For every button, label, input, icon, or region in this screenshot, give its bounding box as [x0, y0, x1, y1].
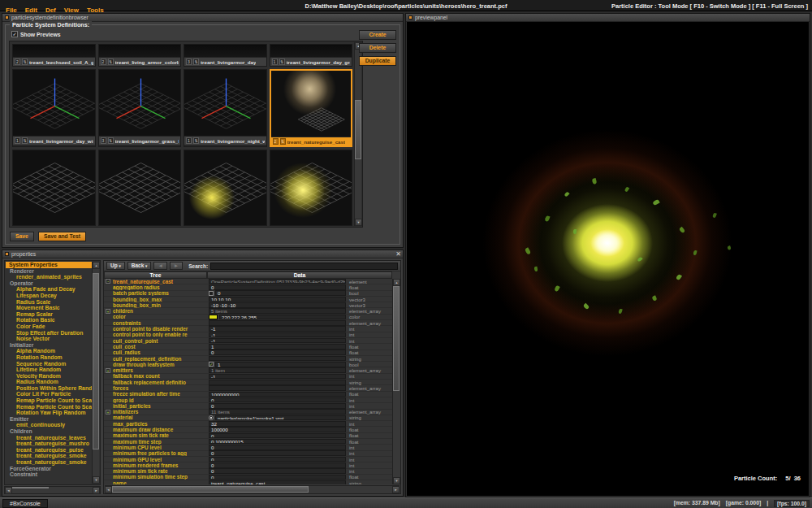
- particle-thumbnail-cell[interactable]: 2⇅treant_leechseed_soil_A_grow: [12, 44, 96, 67]
- particle-thumbnail-cell[interactable]: 3⇅treant_livingarmor_day: [184, 44, 267, 67]
- attribute-data[interactable]: 10 10 10: [207, 297, 348, 302]
- tree-item-constraint[interactable]: Constraint: [6, 471, 93, 478]
- tree-item-treant-natureguise-mushro[interactable]: treant_natureguise_mushro: [6, 441, 93, 447]
- thumbnail-count[interactable]: 1: [272, 59, 278, 65]
- tree-item-color-fade[interactable]: Color Fade: [6, 323, 93, 330]
- attribute-value[interactable]: 1000000000: [209, 392, 346, 397]
- attribute-value[interactable]: 11 items: [209, 409, 346, 415]
- attribute-name[interactable]: cull_radius: [104, 350, 207, 355]
- thumbnail-preview[interactable]: [13, 45, 95, 57]
- tree-item-treant-natureguise-leaves[interactable]: treant_natureguise_leaves: [6, 435, 93, 441]
- expand-icon[interactable]: +: [106, 368, 110, 373]
- scroll-left-icon[interactable]: ◄: [5, 487, 12, 494]
- attribute-data[interactable]: 0: [207, 290, 348, 296]
- scroll-right-icon[interactable]: ►: [392, 486, 400, 493]
- attribute-data[interactable]: 11 items: [207, 409, 348, 415]
- tree-item-radius-scale[interactable]: Radius Scale: [6, 299, 93, 306]
- attribute-data[interactable]: 1: [207, 344, 348, 350]
- tree-item-movement-basic[interactable]: Movement Basic: [6, 305, 93, 311]
- nav-back-icon[interactable]: ◄: [153, 262, 166, 270]
- scroll-up-icon[interactable]: ▲: [93, 262, 100, 269]
- attribute-data[interactable]: 0: [207, 350, 348, 355]
- attribute-value[interactable]: 5 items: [209, 308, 346, 314]
- attribute-name[interactable]: +children: [104, 308, 207, 314]
- thumbnail-count[interactable]: 3: [101, 137, 106, 144]
- attribute-value[interactable]: 0: [209, 433, 346, 439]
- tree-item-children[interactable]: Children: [6, 428, 93, 435]
- attribute-name[interactable]: control point to only enable re: [104, 332, 207, 337]
- tree-item-renderer[interactable]: Renderer: [6, 268, 93, 275]
- attribute-data[interactable]: 0: [207, 445, 348, 450]
- particle-thumbnail-cell[interactable]: 1⇅treant_livingarmor_day_wisps: [12, 69, 96, 147]
- attribute-name[interactable]: initial_particles: [104, 403, 207, 409]
- attribute-value[interactable]: 32: [209, 421, 346, 427]
- tree-item-treant-natureguise-pulse[interactable]: treant_natureguise_pulse: [6, 447, 93, 454]
- scroll-track[interactable]: [93, 269, 99, 476]
- attribute-name[interactable]: color: [104, 314, 207, 319]
- checkbox-unchecked-icon[interactable]: [209, 291, 214, 296]
- thumbnail-count[interactable]: 2: [15, 59, 20, 65]
- tree-item-rotation-basic[interactable]: Rotation Basic: [6, 317, 93, 323]
- tree-item-alpha-random[interactable]: Alpha Random: [6, 348, 93, 354]
- attribute-name[interactable]: maximum sim tick rate: [104, 432, 207, 438]
- tree-item-rotation-yaw-flip-random[interactable]: Rotation Yaw Flip Random: [6, 410, 93, 416]
- attribute-name[interactable]: +emitters: [104, 367, 207, 373]
- attribute-value[interactable]: 0: [215, 290, 346, 296]
- attribute-name[interactable]: fallback max count: [104, 373, 207, 379]
- checkbox-icon[interactable]: ✓: [11, 31, 18, 37]
- attribute-name[interactable]: minimum rendered frames: [104, 462, 207, 468]
- attribute-value[interactable]: 0: [209, 462, 346, 468]
- tree-item-remap-particle-count-to-scal[interactable]: Remap Particle Count to Scal: [6, 404, 93, 410]
- spinner-icon[interactable]: ⇅: [280, 138, 286, 145]
- attribute-value[interactable]: 0: [209, 457, 346, 462]
- attribute-data[interactable]: ✓1: [207, 362, 348, 367]
- particle-thumbnail-cell[interactable]: 2⇅treant_living_armor_colorbuff: [98, 44, 182, 67]
- tree-item-sequence-random[interactable]: Sequence Random: [6, 361, 93, 367]
- thumbnail-count[interactable]: 2: [101, 59, 106, 65]
- tree-item-initializer[interactable]: Initializer: [6, 342, 93, 349]
- spinner-icon[interactable]: ⇅: [193, 137, 199, 144]
- tree-item-emit-continuously[interactable]: emit_continuously: [6, 422, 93, 428]
- search-input[interactable]: [210, 263, 398, 270]
- thumbnail-preview[interactable]: [184, 70, 266, 136]
- attribute-data[interactable]: [207, 385, 348, 391]
- attribute-data[interactable]: -1: [207, 332, 348, 338]
- attribute-vertical-scrollbar[interactable]: ▲ ▼: [392, 279, 400, 484]
- thumbnail-name-bar[interactable]: 2⇅treant_living_armor_colorbuff: [99, 57, 181, 66]
- scroll-track[interactable]: [355, 50, 361, 219]
- attribute-data[interactable]: 5 items: [207, 308, 348, 314]
- tree-item-noise-vector[interactable]: Noise Vector: [6, 336, 93, 342]
- attribute-data[interactable]: 220 222 26 255: [207, 315, 348, 320]
- tree-vertical-scrollbar[interactable]: ▲ ▼: [92, 262, 99, 484]
- thumbnail-name-bar[interactable]: 2⇅treant_leechseed_soil_A_grow: [13, 57, 95, 66]
- attribute-value[interactable]: 0: [209, 468, 346, 474]
- tree-item-lifespan-decay[interactable]: Lifespan Decay: [6, 293, 93, 299]
- scroll-down-icon[interactable]: ▼: [355, 219, 362, 226]
- attribute-name[interactable]: minimum sim tick rate: [104, 468, 207, 474]
- attribute-data[interactable]: 0: [207, 462, 348, 468]
- thumbnail-preview[interactable]: [13, 70, 95, 136]
- particle-thumbnail-cell[interactable]: [184, 150, 267, 226]
- attribute-value[interactable]: 1: [215, 362, 346, 367]
- attribute-data[interactable]: [207, 320, 348, 326]
- preview-panel-titlebar[interactable]: previewpanel: [406, 14, 810, 22]
- attribute-data[interactable]: [207, 380, 348, 385]
- tree-item-treant-natureguise-smoke[interactable]: treant_natureguise_smoke: [6, 453, 93, 459]
- attribute-data[interactable]: treant_natureguise_cast: [207, 480, 348, 484]
- expand-icon[interactable]: -: [106, 279, 110, 284]
- console-button[interactable]: #BxConsole: [2, 499, 48, 508]
- scroll-track[interactable]: [393, 286, 400, 477]
- attribute-value[interactable]: [209, 385, 346, 391]
- attribute-name[interactable]: max_particles: [104, 421, 207, 427]
- scroll-thumb[interactable]: [393, 286, 400, 391]
- column-header-tree[interactable]: Tree: [104, 271, 207, 279]
- attribute-data[interactable]: 0: [207, 475, 348, 480]
- thumbnail-preview[interactable]: [270, 45, 352, 57]
- back-button[interactable]: Back ▾: [127, 262, 152, 270]
- attribute-value[interactable]: 220 222 26 255: [219, 315, 346, 320]
- tree-item-stop-effect-after-duration[interactable]: Stop Effect after Duration: [6, 330, 93, 336]
- tree-item-lifetime-random[interactable]: Lifetime Random: [6, 367, 93, 373]
- spinner-icon[interactable]: ⇅: [22, 137, 28, 144]
- duplicate-button[interactable]: Duplicate: [359, 56, 396, 66]
- attribute-value[interactable]: 0: [209, 445, 346, 450]
